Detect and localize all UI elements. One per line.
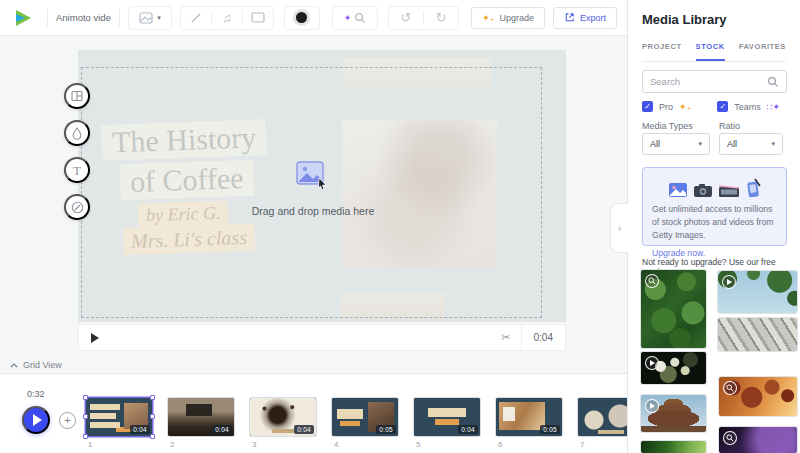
clip-number: 4	[334, 440, 338, 449]
timeline-clip-4[interactable]: 0:05	[332, 398, 398, 436]
clip-duration-badge: 0:04	[294, 425, 314, 434]
stock-photo-purple-abstract[interactable]	[719, 427, 797, 453]
media-frame-button[interactable]	[243, 7, 273, 29]
toolbar-actions: ✦₊ Upgrade Export	[471, 7, 617, 29]
canvas-byline2: Mrs. Li's class	[123, 224, 256, 256]
tab-stock[interactable]: STOCK	[696, 42, 725, 61]
media-library-panel: Media Library PROJECT STOCK FAVORITES ✓ …	[627, 0, 800, 453]
tab-project[interactable]: PROJECT	[642, 42, 682, 61]
project-title[interactable]: Animoto vide	[56, 12, 111, 23]
stock-filters: ✓ Pro ✦₊ ✓ Teams ∷✦	[642, 101, 780, 112]
clip-number: 6	[498, 440, 502, 449]
panel-collapse-tab[interactable]: ›	[610, 203, 628, 253]
pro-label: Pro	[659, 102, 673, 112]
chevron-down-icon: ▾	[771, 140, 775, 148]
dropzone-hint: Drag and drop media here	[208, 205, 418, 217]
chevron-right-icon: ›	[618, 222, 622, 234]
stock-photo-basil-plant[interactable]	[641, 270, 706, 348]
clip-duration-badge: 0:05	[376, 425, 396, 434]
search-input[interactable]	[650, 76, 767, 87]
play-preview-icon[interactable]	[645, 399, 659, 413]
clip-duration-badge: 0:04	[458, 425, 478, 434]
clip-number: 3	[252, 440, 256, 449]
design-tool-button[interactable]	[64, 194, 90, 220]
stock-photo-autumn-leaves[interactable]	[719, 377, 797, 416]
timeline-clip-2[interactable]: 0:04	[168, 398, 234, 436]
upgrade-button[interactable]: ✦₊ Upgrade	[471, 7, 545, 29]
zoom-preview-icon[interactable]	[645, 274, 659, 288]
chevron-down-icon: ▾	[698, 140, 702, 148]
add-clip-button[interactable]: +	[59, 412, 76, 429]
clip-duration-badge: 0:05	[540, 425, 560, 434]
resize-handle[interactable]	[150, 434, 155, 439]
pencil-circle-icon	[71, 201, 84, 214]
app-root: Animoto vide ▾ ♫ ✦	[0, 0, 800, 453]
zoom-preview-icon[interactable]	[723, 431, 737, 445]
search-icon[interactable]	[767, 76, 779, 88]
stock-photo-green-leaves[interactable]	[641, 441, 706, 453]
timeline-clip-5[interactable]: 0:04	[414, 398, 480, 436]
film-icon	[718, 184, 740, 198]
ratio-select[interactable]: All ▾	[719, 133, 783, 155]
sparkle-plus-icon: ✦₊	[482, 13, 494, 23]
play-preview-icon[interactable]	[722, 275, 736, 289]
video-canvas[interactable]: The History of Coffee by Eric G. Mrs. Li…	[78, 50, 566, 322]
ai-search-button[interactable]: ✦	[332, 6, 378, 30]
stock-video-pagoda[interactable]	[641, 395, 706, 432]
top-toolbar: Animoto vide ▾ ♫ ✦	[0, 0, 627, 36]
animoto-logo-icon[interactable]	[16, 10, 31, 26]
frame-icon	[251, 12, 265, 23]
record-voiceover-button[interactable]	[284, 6, 320, 30]
clip-number: 7	[580, 440, 584, 449]
clip-play-button[interactable]	[91, 333, 99, 343]
zoom-preview-icon[interactable]	[723, 381, 737, 395]
resize-handle[interactable]	[83, 414, 88, 419]
resize-handle[interactable]	[150, 395, 155, 400]
text-icon: T	[73, 164, 81, 177]
preview-play-button[interactable]	[22, 406, 50, 434]
camera-icon	[693, 183, 713, 198]
media-types-select[interactable]: All ▾	[642, 133, 710, 155]
timeline-clip-6[interactable]: 0:05	[496, 398, 562, 436]
draw-tool-button[interactable]	[181, 7, 211, 29]
upgrade-button-label: Upgrade	[499, 13, 534, 23]
chevron-up-icon	[10, 363, 18, 368]
droplet-icon	[72, 127, 82, 140]
stock-video-white-flowers[interactable]	[641, 352, 706, 384]
resize-handle[interactable]	[83, 434, 88, 439]
text-tool-button[interactable]: T	[64, 157, 90, 183]
stock-video-palm-trees[interactable]	[718, 271, 797, 313]
canvas-title-line2: of Coffee	[119, 160, 254, 201]
play-preview-icon[interactable]	[645, 356, 659, 370]
layout-tool-button[interactable]	[64, 83, 90, 109]
media-style-dropdown[interactable]: ▾	[128, 6, 172, 30]
stock-photo-newspapers[interactable]	[718, 318, 797, 351]
layout-icon	[71, 90, 83, 102]
timeline-clip-3[interactable]: 0:04	[250, 398, 316, 436]
ratio-value: All	[727, 139, 737, 149]
drop-media-icon	[295, 160, 329, 190]
history-group: ↺ ↻	[388, 6, 459, 30]
chevron-down-icon: ▾	[157, 14, 161, 22]
pro-sparkle-icon: ✦₊	[679, 102, 691, 112]
record-icon	[296, 12, 307, 23]
trim-scissors-icon[interactable]: ✂	[491, 331, 520, 344]
music-tool-button[interactable]: ♫	[212, 7, 242, 29]
tab-favorites[interactable]: FAVORITES	[739, 42, 786, 61]
undo-button[interactable]: ↺	[389, 7, 423, 29]
resize-handle[interactable]	[150, 414, 155, 419]
redo-button[interactable]: ↻	[424, 7, 458, 29]
grid-view-toggle[interactable]: Grid View	[10, 360, 62, 370]
sparkle-icon: ✦	[344, 13, 352, 23]
getty-promo-card[interactable]: Get unlimited access to millions of stoc…	[642, 167, 787, 246]
resize-handle[interactable]	[83, 395, 88, 400]
teams-label: Teams	[734, 102, 761, 112]
timeline-clip-1[interactable]: 0:04	[86, 398, 152, 436]
pro-checkbox[interactable]: ✓	[642, 101, 653, 112]
toolbar-divider	[119, 9, 120, 27]
teams-checkbox[interactable]: ✓	[717, 101, 728, 112]
export-icon	[564, 12, 575, 23]
mobile-edit-icon	[745, 178, 762, 198]
color-tool-button[interactable]	[64, 120, 90, 146]
export-button[interactable]: Export	[553, 7, 617, 29]
